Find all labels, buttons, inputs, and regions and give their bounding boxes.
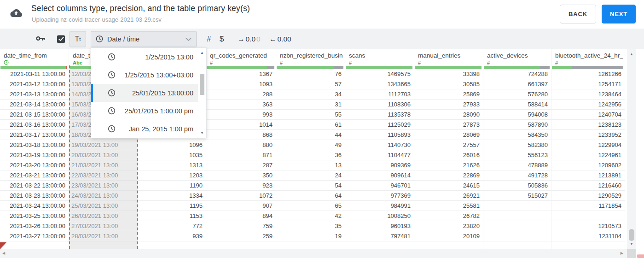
table-cell: 1125029 (345, 120, 414, 130)
horizontal-scrollbar[interactable]: ◀ ▶ (0, 249, 627, 258)
table-cell: 44 (276, 130, 345, 140)
table-cell: 13 (276, 160, 345, 170)
table-cell: 880 (206, 140, 276, 150)
table-cell: 20/03/2021 13:00 (69, 150, 137, 160)
table-cell: 61 (276, 120, 345, 130)
table-cell: 33398 (414, 69, 483, 79)
table-cell: 478889 (483, 160, 551, 170)
column-header[interactable]: manual_entries (418, 52, 481, 59)
format-option-label: 1/25/2015 13:00 (116, 53, 193, 61)
scroll-down-icon[interactable]: ▼ (627, 242, 636, 246)
table-cell: 1224961 (551, 150, 625, 160)
column-header[interactable]: qr_codes_generated (210, 52, 274, 59)
clock-icon (108, 125, 116, 133)
selection-dash-left (69, 65, 70, 249)
clock-icon (108, 107, 116, 115)
column-header[interactable]: nzbn_registered_busine (280, 52, 343, 59)
table-cell: 1209602 (551, 160, 625, 170)
table-cell: 1216460 (551, 181, 625, 191)
scroll-up-icon[interactable]: ▲ (198, 51, 206, 55)
column-quality-bar (415, 66, 482, 69)
table-cell: 76 (276, 69, 345, 79)
table-cell: 2021-03-24 13:00:00 (0, 201, 69, 211)
table-cell: 2021-03-14 13:00:00 (0, 100, 69, 110)
table-cell: 25869 (414, 89, 483, 100)
table-cell: 55 (276, 110, 345, 120)
table-cell: 21626 (414, 160, 483, 170)
vertical-scrollbar-thumb[interactable] (629, 229, 634, 241)
table-cell: 2021-03-13 13:00:00 (0, 89, 69, 100)
table-cell: 1242956 (551, 100, 625, 110)
table-cell: 1229904 (551, 140, 625, 150)
scroll-up-icon[interactable]: ▲ (627, 52, 636, 56)
scroll-right-icon[interactable]: ▶ (621, 251, 623, 255)
table-cell: 1210573 (551, 221, 625, 231)
column-type-hash-icon: # (487, 60, 490, 65)
quality-segment-green (277, 66, 334, 69)
table-cell: 594008 (483, 110, 551, 120)
column-header[interactable]: date_time_from (4, 52, 67, 59)
clock-icon (108, 53, 116, 61)
table-cell: 1190 (138, 181, 206, 191)
format-option-label: 25/01/2015 1:00:00 pm (116, 107, 193, 115)
vertical-scrollbar[interactable]: ▲ ▼ (627, 49, 636, 249)
integer-type-icon[interactable]: # (207, 35, 211, 44)
table-cell: 772 (138, 221, 206, 231)
column-date_time_from: date_time_from2021-03-11 13:00:002021-03… (0, 49, 69, 249)
quality-segment-gray (267, 66, 274, 69)
scroll-left-icon[interactable]: ◀ (2, 251, 5, 255)
back-button[interactable]: BACK (560, 5, 596, 23)
table-cell: 2021-03-23 13:00:00 (0, 191, 69, 201)
format-option[interactable]: Jan 25, 2015 1:00 pm (91, 120, 206, 138)
primary-key-icon[interactable] (36, 35, 46, 43)
increase-decimals-button[interactable]: ←0.00 (269, 35, 291, 43)
table-cell: 26782 (414, 211, 483, 221)
column-type-hash-icon: # (210, 60, 213, 65)
column-type-abc-icon: Abc (73, 60, 82, 65)
table-cell: 977369 (345, 191, 414, 201)
table-cell: 2021-03-22 13:00:00 (0, 181, 69, 191)
page-scrollbar-thumb[interactable] (637, 254, 644, 258)
scroll-down-icon[interactable]: ▼ (198, 131, 206, 135)
table-cell: 24/03/2021 13:00 (69, 191, 137, 201)
column-header[interactable]: active_devices (487, 52, 549, 59)
column-scans: scans#1469575134366511127031108306113537… (345, 49, 414, 249)
column-type-clock-icon (4, 60, 9, 66)
column-type-hash-icon: # (555, 60, 558, 65)
dropdown-scrollbar-thumb[interactable] (200, 74, 204, 95)
table-cell: 797481 (345, 231, 414, 241)
page-title: Select columns type, precision, and the … (31, 4, 250, 13)
text-type-button[interactable]: Tt (70, 31, 86, 47)
table-cell: 2021-03-26 13:00:00 (0, 221, 69, 231)
format-option[interactable]: 25/01/2015 13:00:00 (91, 84, 206, 102)
currency-type-icon[interactable]: $ (220, 35, 224, 44)
table-cell: 515027 (483, 191, 551, 201)
format-option[interactable]: 25/01/2015 1:00:00 pm (91, 102, 206, 120)
column-quality-bar (0, 66, 67, 69)
table-cell: 35 (276, 221, 345, 231)
type-toolbar: Tt Date / time # $ →0.00 ←0.00 (0, 29, 644, 49)
dropdown-scrollbar[interactable]: ▲ ▼ (198, 48, 206, 138)
table-cell: 1240704 (551, 110, 625, 120)
column-quality-bar (277, 66, 343, 69)
boolean-type-checkbox-icon[interactable] (57, 35, 65, 43)
table-cell: 939 (138, 231, 206, 241)
table-cell: 27/03/2021 13:00 (69, 221, 137, 231)
next-button[interactable]: NEXT (602, 5, 636, 23)
column-header[interactable]: bluetooth_active_24_hr_ (555, 52, 623, 59)
table-cell: 19/03/2021 13:00 (69, 140, 137, 150)
column-header[interactable]: scans (349, 52, 412, 59)
table-cell: 27873 (414, 120, 483, 130)
table-cell: 1104477 (345, 150, 414, 160)
table-cell: 23820 (414, 221, 483, 231)
table-cell: 576280 (483, 89, 551, 100)
table-cell: 2021-03-19 13:00:00 (0, 150, 69, 160)
table-cell: 36 (276, 150, 345, 160)
decrease-decimals-button[interactable]: →0.00 (238, 35, 261, 43)
datetime-format-select[interactable]: Date / time (91, 31, 197, 47)
quality-segment-green (207, 66, 267, 69)
table-cell: 1334 (138, 191, 206, 201)
format-option[interactable]: 1/25/2015 13:00+03:00 (91, 66, 206, 84)
table-cell (483, 201, 551, 211)
format-option[interactable]: 1/25/2015 13:00 (91, 48, 206, 66)
